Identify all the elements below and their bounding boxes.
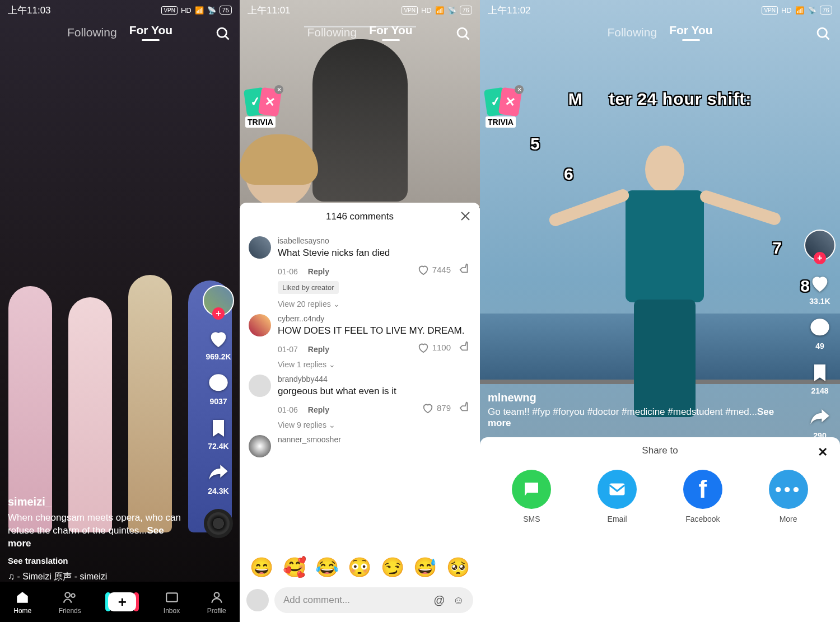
comment-dislike-button[interactable] — [459, 401, 471, 415]
follow-plus-icon[interactable]: + — [814, 252, 826, 264]
commenter-username[interactable]: brandybby444 — [278, 375, 471, 384]
trivia-badge[interactable]: ✓ ✕ ✕ TRIVIA — [486, 88, 520, 128]
mention-icon[interactable]: @ — [433, 594, 445, 607]
tab-for-you[interactable]: For You — [129, 24, 172, 41]
status-bar: 上午11:02 VPN HD 📶 📡 76 — [480, 0, 840, 20]
status-bar: 上午11:01 VPN HD 📶 📡 76 — [240, 0, 480, 20]
view-replies[interactable]: View 9 replies ⌄ — [278, 420, 471, 429]
svg-point-6 — [214, 592, 219, 597]
view-replies[interactable]: View 20 replies ⌄ — [278, 300, 471, 308]
email-icon — [598, 470, 637, 509]
nav-create[interactable]: + — [108, 592, 136, 611]
commenter-avatar[interactable] — [249, 435, 271, 457]
view-replies[interactable]: View 1 replies ⌄ — [278, 360, 471, 369]
commenter-avatar[interactable] — [249, 236, 271, 259]
share-button[interactable]: 290 — [808, 405, 832, 440]
emoji-option[interactable]: 😂 — [315, 556, 339, 578]
vpn-icon: VPN — [161, 6, 178, 15]
share-option-facebook[interactable]: f Facebook — [683, 470, 722, 523]
search-icon[interactable] — [215, 26, 231, 44]
hd-icon: HD — [181, 6, 192, 15]
search-icon[interactable] — [455, 26, 471, 44]
reply-button[interactable]: Reply — [308, 345, 329, 354]
close-icon[interactable]: ✕ — [818, 445, 828, 460]
caption-area: simeizi_ When cheongsam meets opera, who… — [8, 495, 189, 583]
share-option-email[interactable]: Email — [598, 470, 637, 523]
comment-button[interactable]: 9037 — [206, 371, 231, 406]
share-option-more[interactable]: ••• More — [769, 470, 808, 523]
commenter-username[interactable]: nanner_smoosher — [278, 435, 471, 444]
share-icon — [808, 405, 832, 430]
inbox-icon — [164, 590, 180, 605]
comments-list[interactable]: isabellesaysno What Stevie nicks fan die… — [240, 231, 480, 551]
emoji-option[interactable]: 😳 — [348, 556, 371, 578]
like-button[interactable]: 33.1K — [808, 271, 832, 306]
hd-icon: HD — [781, 6, 792, 15]
comment-dislike-button[interactable] — [459, 340, 471, 354]
commenter-avatar[interactable] — [249, 375, 271, 397]
emoji-option[interactable]: 🥰 — [283, 556, 306, 578]
save-button[interactable]: 2148 — [808, 361, 832, 395]
nav-friends[interactable]: Friends — [59, 590, 81, 615]
commenter-avatar[interactable] — [249, 314, 271, 336]
commenter-username[interactable]: isabellesaysno — [278, 236, 471, 245]
nav-profile[interactable]: Profile — [207, 590, 226, 615]
comment-dislike-button[interactable] — [459, 263, 471, 277]
follow-plus-icon[interactable]: + — [212, 307, 225, 320]
more-icon: ••• — [769, 470, 808, 509]
svg-point-11 — [818, 28, 827, 37]
person — [614, 146, 715, 409]
emoji-option[interactable]: 🥺 — [446, 556, 470, 578]
like-button[interactable]: 969.2K — [206, 326, 231, 361]
emoji-option[interactable]: 😄 — [250, 556, 273, 578]
trivia-badge[interactable]: ✓ ✕ ✕ TRIVIA — [245, 88, 280, 128]
see-translation[interactable]: See translation — [8, 556, 189, 565]
tab-following[interactable]: Following — [607, 26, 657, 39]
svg-line-12 — [826, 36, 829, 40]
comment-like-button[interactable]: 879 — [422, 402, 451, 414]
emoji-option[interactable]: 😏 — [381, 556, 404, 578]
comment-like-button[interactable]: 7445 — [417, 264, 451, 276]
trivia-close-icon[interactable]: ✕ — [515, 85, 524, 94]
svg-point-4 — [71, 593, 75, 597]
nav-home[interactable]: Home — [13, 590, 31, 615]
emoji-picker-icon[interactable]: ☺ — [453, 594, 464, 607]
share-button[interactable]: 24.3K — [206, 461, 231, 495]
username[interactable]: simeizi_ — [8, 495, 189, 508]
self-avatar[interactable] — [246, 589, 269, 611]
comment-button[interactable]: 49 — [808, 316, 832, 350]
tab-following[interactable]: Following — [307, 26, 357, 39]
emoji-option[interactable]: 😅 — [413, 556, 437, 578]
creator-avatar[interactable]: + — [804, 230, 836, 261]
sound-disc[interactable] — [204, 509, 233, 538]
reply-button[interactable]: Reply — [308, 405, 329, 414]
tab-for-you[interactable]: For You — [369, 24, 412, 41]
creator-avatar[interactable]: + — [203, 285, 234, 316]
comment-like-count: 7445 — [432, 265, 451, 274]
heart-icon — [206, 326, 231, 351]
reply-button[interactable]: Reply — [308, 267, 329, 276]
svg-point-2 — [209, 374, 227, 391]
search-icon[interactable] — [815, 26, 831, 44]
save-count: 72.4K — [208, 442, 228, 451]
comment-text: What Stevie nicks fan died — [278, 247, 471, 259]
share-option-sms[interactable]: SMS — [512, 470, 551, 523]
caption-text: When cheongsam meets opera, who can refu… — [8, 512, 189, 550]
nav-inbox[interactable]: Inbox — [164, 590, 180, 615]
close-icon[interactable] — [459, 209, 472, 223]
status-time: 上午11:01 — [248, 4, 291, 17]
music-track[interactable]: ♫ - Simeizi 原声 - simeizi — [8, 571, 189, 583]
add-comment-input[interactable]: Add comment... @ ☺ — [274, 587, 473, 613]
comment-text: HOW DOES IT FEEL TO LIVE MY. DREAM. — [278, 325, 471, 337]
tab-for-you[interactable]: For You — [669, 24, 712, 41]
countdown-number: 7 — [772, 238, 782, 258]
username[interactable]: mlnewng — [488, 391, 784, 404]
tab-following[interactable]: Following — [67, 26, 117, 39]
comment-like-button[interactable]: 1100 — [417, 342, 451, 354]
trivia-close-icon[interactable]: ✕ — [274, 85, 283, 94]
add-comment-placeholder: Add comment... — [283, 595, 350, 606]
friends-icon — [62, 590, 78, 605]
commenter-username[interactable]: cyberr..c4ndy — [278, 314, 471, 323]
wifi-icon: 📡 — [808, 6, 816, 15]
save-button[interactable]: 72.4K — [206, 416, 231, 451]
